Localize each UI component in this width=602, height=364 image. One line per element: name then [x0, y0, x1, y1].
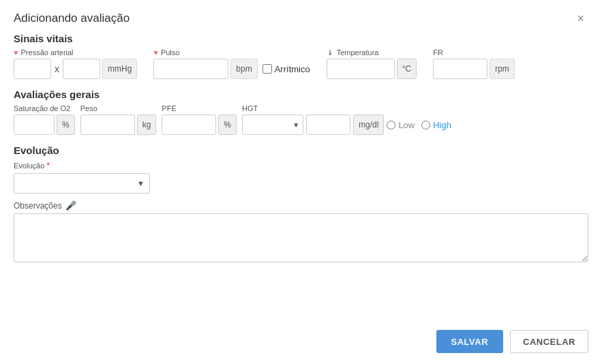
- pulso-input[interactable]: [153, 59, 228, 79]
- low-radio[interactable]: [387, 121, 395, 130]
- fr-label: FR: [433, 48, 515, 57]
- fr-unit: rpm: [490, 59, 515, 79]
- sinais-vitais-section: Sinais vitais ♥ Pressão arterial x mmHg: [14, 33, 588, 79]
- hgt-select[interactable]: Opção 1 Opção 2: [242, 115, 303, 135]
- temperatura-label: 🌡 Temperatura: [327, 48, 417, 57]
- evolucao-field-label: Evolução: [14, 162, 44, 170]
- pulso-label: ♥ Pulso: [153, 48, 310, 57]
- vitals-row: ♥ Pressão arterial x mmHg ♥ Pulso: [14, 48, 588, 79]
- salvar-button[interactable]: SALVAR: [436, 330, 504, 353]
- observacoes-label: Observações: [14, 201, 62, 211]
- observacoes-textarea[interactable]: [14, 213, 588, 262]
- evolucao-section-title: Evolução: [14, 145, 588, 156]
- temperatura-group: 🌡 Temperatura °C: [327, 48, 417, 79]
- pulso-group: ♥ Pulso bpm Arrítmico: [153, 48, 310, 79]
- temperatura-unit: °C: [397, 59, 417, 79]
- pfe-group: PFE %: [162, 104, 237, 135]
- saturacao-label: Saturação de O2: [14, 104, 75, 112]
- arritmico-label[interactable]: Arrítmico: [275, 64, 310, 74]
- peso-group: Peso kg: [80, 104, 157, 135]
- thermo-icon: 🌡: [327, 48, 334, 57]
- avaliacoes-row: Saturação de O2 % Peso kg PFE %: [14, 104, 588, 135]
- arritmico-checkbox[interactable]: [262, 64, 272, 74]
- modal-dialog: Adicionando avaliação × Sinais vitais ♥ …: [0, 0, 602, 364]
- evolucao-required-star: *: [46, 160, 50, 170]
- cancelar-button[interactable]: CANCELAR: [510, 330, 588, 353]
- temp-inputs: °C: [327, 59, 417, 79]
- modal-footer: SALVAR CANCELAR: [14, 323, 588, 353]
- avaliacoes-gerais-title: Avaliações gerais: [14, 89, 588, 100]
- mgdl-unit: mg/dl: [353, 115, 384, 135]
- saturacao-unit: %: [57, 115, 75, 135]
- pressao-arterial-group: ♥ Pressão arterial x mmHg: [14, 48, 137, 79]
- high-radio[interactable]: [421, 121, 430, 130]
- low-radio-item[interactable]: Low: [387, 120, 415, 130]
- peso-label: Peso: [80, 104, 157, 112]
- pfe-label: PFE: [162, 104, 237, 112]
- evolucao-section: Evolução Evolução * Opção A Opção B Opçã…: [14, 145, 588, 265]
- pulse-icon: ♥: [153, 48, 158, 57]
- peso-unit: kg: [137, 115, 157, 135]
- pressao-inputs: x mmHg: [14, 59, 137, 79]
- avaliacoes-gerais-section: Avaliações gerais Saturação de O2 % Peso…: [14, 89, 588, 135]
- sinais-vitais-title: Sinais vitais: [14, 33, 588, 44]
- modal-title: Adicionando avaliação: [14, 12, 130, 25]
- pfe-unit: %: [218, 115, 237, 135]
- pressao-separator: x: [53, 63, 61, 74]
- high-label: High: [433, 120, 451, 130]
- evolucao-label-wrap: Evolução *: [14, 160, 588, 170]
- mgdl-input[interactable]: [306, 115, 350, 135]
- pressao-arterial-label: ♥ Pressão arterial: [14, 48, 137, 57]
- arritmico-wrap: Arrítmico: [262, 59, 310, 79]
- high-radio-item[interactable]: High: [421, 120, 451, 130]
- pfe-input[interactable]: [162, 115, 216, 135]
- heart-icon: ♥: [14, 48, 18, 57]
- close-button[interactable]: ×: [573, 11, 588, 26]
- hgt-group: HGT Opção 1 Opção 2 ▼ mg/dl: [242, 104, 451, 135]
- low-high-group: Low High: [387, 115, 451, 135]
- pressao-diastolica-input[interactable]: [63, 59, 100, 79]
- hgt-select-container: Opção 1 Opção 2 ▼: [242, 115, 303, 135]
- low-label: Low: [398, 120, 415, 130]
- pressao-unit: mmHg: [102, 59, 137, 79]
- obs-label-wrap: Observações 🎤: [14, 200, 588, 211]
- modal-header: Adicionando avaliação ×: [14, 11, 588, 26]
- fr-input[interactable]: [433, 59, 487, 79]
- hgt-label: HGT: [242, 104, 451, 112]
- microphone-icon: 🎤: [65, 200, 76, 211]
- pressao-sistolica-input[interactable]: [14, 59, 51, 79]
- fr-group: FR rpm: [433, 48, 515, 79]
- pulso-unit: bpm: [230, 59, 257, 79]
- temperatura-input[interactable]: [327, 59, 395, 79]
- peso-input[interactable]: [80, 115, 135, 135]
- saturacao-group: Saturação de O2 %: [14, 104, 75, 135]
- pulso-inputs: bpm Arrítmico: [153, 59, 310, 79]
- evolucao-select-container: Opção A Opção B Opção C ▼: [14, 173, 150, 194]
- saturacao-input[interactable]: [14, 115, 55, 135]
- evolucao-select[interactable]: Opção A Opção B Opção C: [14, 173, 150, 194]
- fr-inputs: rpm: [433, 59, 515, 79]
